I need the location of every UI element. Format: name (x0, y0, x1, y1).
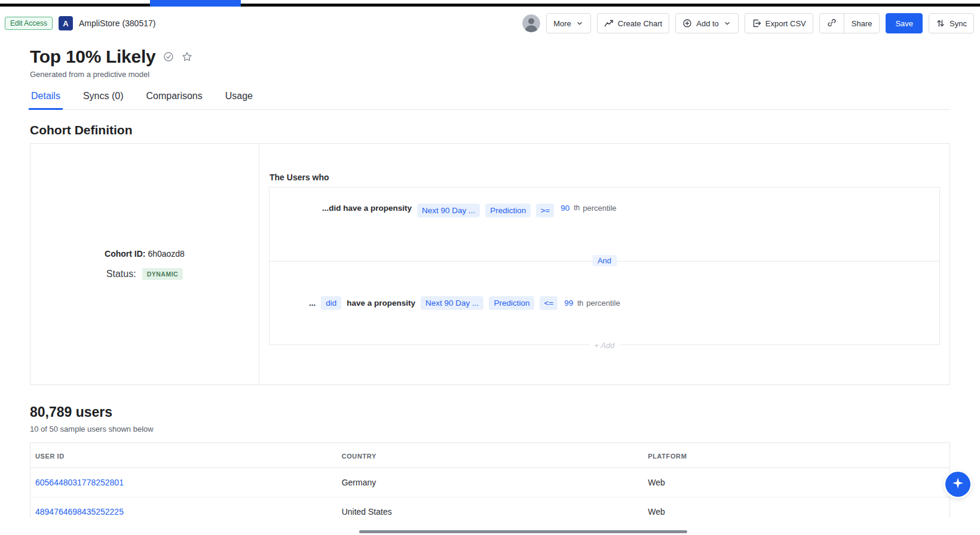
cohort-status-line: Status: DYNAMIC (106, 268, 183, 280)
more-label: More (553, 19, 571, 28)
clause2-prefix: ... (309, 299, 316, 308)
save-label: Save (895, 19, 913, 28)
edit-access-badge[interactable]: Edit Access (5, 17, 53, 30)
sync-arrows-icon (936, 19, 945, 28)
star-icon[interactable] (182, 51, 192, 62)
title-row: Top 10% Likely (0, 38, 980, 67)
header-actions: More Create Chart Add to Export CSV (522, 13, 974, 33)
user-id-link[interactable]: 6056448031778252801 (30, 468, 337, 497)
save-button[interactable]: Save (886, 13, 923, 33)
tab-usage[interactable]: Usage (224, 88, 254, 109)
cohort-id-label: Cohort ID: (105, 249, 145, 259)
share-label: Share (852, 19, 872, 28)
cohort-meta-panel: Cohort ID: 6h0aozd8 Status: DYNAMIC (30, 144, 259, 385)
org-avatar[interactable]: A (59, 16, 73, 30)
add-to-label: Add to (696, 19, 719, 28)
cohort-clause-1: ...did have a propensity Next 90 Day ...… (270, 187, 939, 261)
clause-connector-divider: And (270, 261, 939, 262)
share-button-group: Share (819, 13, 880, 33)
table-header-row: USER ID COUNTRY PLATFORM (30, 443, 950, 468)
clause2-operator-select[interactable]: <= (540, 296, 558, 310)
create-chart-button[interactable]: Create Chart (597, 13, 669, 33)
column-header-user-id: USER ID (30, 443, 337, 468)
chevron-down-icon (723, 19, 731, 27)
users-sample-note: 10 of 50 sample users shown below (30, 425, 950, 433)
clause1-value-input[interactable]: 90 (559, 204, 571, 213)
tab-comparisons[interactable]: Comparisons (145, 88, 203, 109)
users-who-label: The Users who (270, 173, 940, 182)
clause1-property-select[interactable]: Next 90 Day ... (417, 204, 480, 217)
users-count: 80,789 users (30, 404, 950, 420)
horizontal-scrollbar-thumb[interactable] (359, 530, 687, 533)
platform-cell: Web (643, 497, 950, 518)
circle-plus-icon (682, 19, 692, 28)
clause1-prefix: ...did have a propensity (322, 204, 412, 213)
link-icon (827, 18, 837, 29)
platform-cell: Web (643, 468, 950, 497)
country-cell: United States (337, 497, 644, 518)
add-clause-button[interactable]: + Add (589, 341, 620, 350)
status-label: Status: (106, 269, 136, 279)
ai-assistant-icon (951, 476, 965, 493)
clause1-property-type[interactable]: Prediction (485, 204, 531, 217)
table-row: 6056448031778252801 Germany Web (30, 468, 950, 497)
chevron-down-icon (575, 19, 584, 27)
user-id-link[interactable]: 4894764698435252225 (30, 497, 337, 518)
header-left: Edit Access A AmpliStore (380517) (5, 16, 155, 30)
column-header-country: COUNTRY (337, 443, 644, 468)
check-circle-icon[interactable] (163, 51, 174, 62)
country-cell: Germany (337, 468, 644, 497)
clause2-unit: percentile (586, 299, 620, 308)
browser-tab-strip (0, 0, 980, 7)
column-header-platform: PLATFORM (643, 443, 950, 468)
cohort-definition-card: Cohort ID: 6h0aozd8 Status: DYNAMIC The … (30, 143, 950, 385)
clause2-property-type[interactable]: Prediction (489, 296, 534, 310)
clause2-unit-th: th (577, 299, 583, 308)
share-button[interactable]: Share (844, 14, 880, 33)
export-icon (752, 19, 761, 28)
more-button[interactable]: More (546, 13, 591, 33)
clause-box: ...did have a propensity Next 90 Day ...… (269, 187, 940, 345)
clause1-operator-select[interactable]: >= (536, 204, 554, 217)
add-to-button[interactable]: Add to (675, 13, 739, 33)
clause2-mid-text: have a propensity (347, 299, 415, 308)
page-subtitle: Generated from a predictive model (0, 67, 980, 79)
cohort-id-line: Cohort ID: 6h0aozd8 (105, 249, 185, 259)
tab-details[interactable]: Details (30, 88, 62, 109)
user-avatar-image (522, 14, 540, 32)
cohort-rules-panel: The Users who ...did have a propensity N… (259, 144, 950, 385)
header-toolbar: Edit Access A AmpliStore (380517) More C… (0, 7, 980, 38)
clause2-did-toggle[interactable]: did (321, 296, 341, 310)
status-badge: DYNAMIC (142, 268, 183, 280)
tab-strip-bar (0, 4, 980, 7)
copy-link-button[interactable] (820, 14, 844, 33)
sync-label: Sync (950, 19, 967, 28)
org-name: AmpliStore (380517) (79, 19, 155, 28)
cohort-id-value: 6h0aozd8 (148, 249, 185, 259)
active-tab-indicator (150, 0, 241, 7)
cohort-clause-2: ... did have a propensity Next 90 Day ..… (270, 262, 939, 345)
export-csv-button[interactable]: Export CSV (745, 13, 813, 33)
tab-syncs[interactable]: Syncs (0) (82, 88, 125, 109)
sample-users-table: USER ID COUNTRY PLATFORM 605644803177825… (30, 442, 950, 518)
ai-assistant-button[interactable] (945, 472, 970, 497)
clause1-unit-th: th (574, 204, 580, 212)
sync-button[interactable]: Sync (929, 13, 974, 33)
clause1-unit: percentile (583, 204, 616, 213)
table-row: 4894764698435252225 United States Web (30, 497, 950, 518)
clause2-value-input[interactable]: 99 (563, 299, 574, 308)
cohort-definition-heading: Cohort Definition (30, 123, 950, 137)
create-chart-label: Create Chart (618, 19, 662, 28)
chart-line-icon (604, 19, 614, 28)
page-title: Top 10% Likely (30, 47, 155, 67)
user-avatar[interactable] (522, 14, 540, 32)
and-connector-toggle[interactable]: And (592, 255, 617, 266)
tab-bar: Details Syncs (0) Comparisons Usage (30, 88, 950, 110)
export-csv-label: Export CSV (765, 19, 806, 28)
clause2-property-select[interactable]: Next 90 Day ... (421, 296, 483, 310)
